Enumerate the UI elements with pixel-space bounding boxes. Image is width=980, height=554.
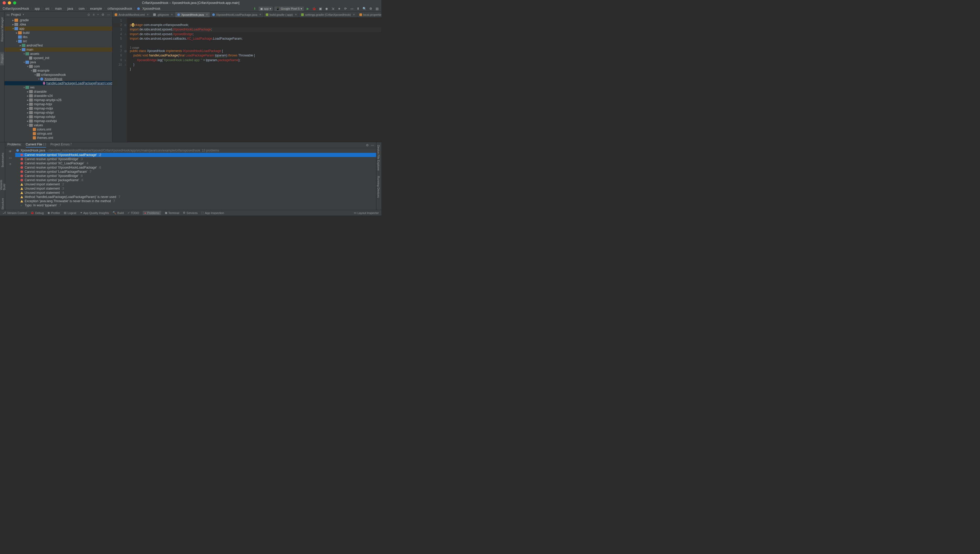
tool-bookmarks[interactable]: Bookmarks — [1, 153, 4, 167]
tree-item[interactable]: ▼app — [5, 27, 112, 31]
tree-item[interactable]: ▼XposedHook — [5, 77, 112, 81]
tree-item[interactable]: ▼java — [5, 60, 112, 64]
close-tab-icon[interactable]: × — [206, 13, 208, 16]
bottom-tool-logcat[interactable]: ▤Logcat — [64, 211, 76, 215]
editor-tab[interactable]: .gitignore× — [151, 12, 175, 18]
project-view-dropdown[interactable]: ▼ — [22, 13, 24, 16]
tree-item[interactable]: ▼src — [5, 39, 112, 43]
bottom-tool-services[interactable]: ⚙Services — [183, 211, 197, 215]
tree-item[interactable]: ▶androidTest — [5, 43, 112, 48]
coverage-icon[interactable]: ▣ — [318, 6, 323, 11]
settings-gear-icon[interactable]: ⚙ — [102, 13, 104, 16]
code-editor[interactable]: package com.example.crifanxposedhook;imp… — [127, 18, 382, 142]
breadcrumb-item[interactable]: main — [54, 7, 62, 11]
breadcrumb-item[interactable]: java — [67, 7, 74, 11]
editor-tab[interactable]: local.properties× — [357, 12, 382, 18]
problem-item[interactable]: Exception 'java.lang.Throwable' is never… — [15, 199, 376, 203]
tree-item[interactable]: colors.xml — [5, 127, 112, 131]
tree-item[interactable]: ▶drawable — [5, 89, 112, 94]
problem-item[interactable]: Unused import statement:4 — [15, 191, 376, 195]
tab-project-errors[interactable]: Project Errors7 — [50, 142, 72, 148]
bottom-tool-build[interactable]: 🔨Build — [113, 211, 124, 215]
tool-project[interactable]: Project — [0, 52, 4, 65]
close-tab-icon[interactable]: × — [147, 13, 149, 16]
bottom-tool-app-inspection[interactable]: ⬚App Inspection — [201, 211, 224, 215]
tree-item[interactable]: strings.xml — [5, 131, 112, 136]
problem-item[interactable]: Unused import statement:2 — [15, 182, 376, 187]
build-icon[interactable]: ⬇ — [252, 6, 257, 11]
hide-panel-icon[interactable]: — — [107, 13, 110, 16]
attach-icon[interactable]: ⇲ — [331, 6, 335, 11]
layout-inspector-tool[interactable]: ▭ Layout Inspector — [354, 211, 379, 214]
tree-item[interactable]: ▶mipmap-xxxhdpi — [5, 119, 112, 123]
tree-item[interactable]: ▶mipmap-xxhdpi — [5, 115, 112, 119]
breadcrumb-item[interactable]: src — [45, 7, 50, 11]
bottom-tool-version-control[interactable]: ⎇Version Control — [3, 211, 27, 215]
problem-item[interactable]: Cannot resolve symbol 'XposedBridge':8 — [15, 174, 376, 178]
tool-build-variants[interactable]: Build Variants — [0, 175, 6, 190]
breadcrumb-item[interactable]: XposedHook — [142, 7, 161, 11]
problem-item[interactable]: Cannot resolve symbol 'packageName':8 — [15, 178, 376, 182]
expand-all-icon[interactable]: ≡ — [92, 13, 94, 16]
bottom-tool-debug[interactable]: 🐞Debug — [30, 211, 43, 215]
problems-settings-icon[interactable]: ⚙ — [366, 144, 369, 147]
editor-tab[interactable]: AndroidManifest.xml× — [113, 12, 151, 18]
tool-device-file-explorer[interactable]: Device File Explorer — [376, 142, 380, 173]
problem-item[interactable]: ✓Typo: In word 'lpparam':7 — [15, 203, 376, 208]
sync-icon[interactable]: ⟳ — [343, 6, 348, 11]
tree-item[interactable]: ▼res — [5, 85, 112, 89]
tree-item[interactable]: ▼com — [5, 64, 112, 69]
tree-item[interactable]: ▶.idea — [5, 22, 112, 27]
project-tree[interactable]: ▶.gradle▶.idea▼app▶buildlibs▼src▶android… — [5, 18, 112, 142]
tree-item[interactable]: ▶mipmap-mdpi — [5, 106, 112, 110]
close-tab-icon[interactable]: × — [259, 13, 261, 16]
close-tab-icon[interactable]: × — [295, 13, 297, 16]
close-tab-icon[interactable]: × — [171, 13, 173, 16]
tree-item[interactable]: ▼crifanxposedhook — [5, 73, 112, 77]
tree-item[interactable]: ▶build — [5, 31, 112, 35]
tree-item[interactable]: ▶mipmap-anydpi-v26 — [5, 98, 112, 102]
minimize-window[interactable] — [8, 1, 11, 5]
breadcrumb-item[interactable]: com — [78, 7, 85, 11]
avd-icon[interactable]: ▭ — [349, 6, 354, 11]
profile-icon[interactable]: ◉ — [324, 6, 329, 11]
problem-file-header[interactable]: XposedHook.java ~/dev/dev_root/androidRe… — [15, 148, 376, 153]
tree-item[interactable]: ▼assets — [5, 52, 112, 56]
editor-tab[interactable]: build.gradle (:app)× — [264, 12, 299, 18]
tree-item[interactable]: handleLoadPackage(LoadPackageParam):void — [5, 81, 112, 85]
tree-item[interactable]: themes.xml — [5, 136, 112, 140]
tool-structure[interactable]: Structure — [1, 198, 4, 210]
project-view-label[interactable]: Project — [11, 13, 21, 16]
bottom-tool-app-quality-insights[interactable]: ✦App Quality Insights — [80, 211, 109, 215]
run-icon[interactable]: ▶ — [305, 6, 310, 11]
bottom-tool-todo[interactable]: ✓TODO — [127, 211, 139, 215]
tree-item[interactable]: ▶drawable-v24 — [5, 94, 112, 98]
collapse-all-icon[interactable]: ÷ — [97, 13, 99, 16]
filter-icon[interactable]: ▭ — [9, 156, 12, 160]
tree-item[interactable]: ▼values — [5, 123, 112, 127]
tree-item[interactable]: ▼example — [5, 69, 112, 73]
problem-item[interactable]: Cannot resolve symbol 'LoadPackageParam'… — [15, 169, 376, 174]
stop-icon[interactable]: ■ — [337, 6, 342, 11]
problem-item[interactable]: Cannot resolve symbol 'IXposedHookLoadPa… — [15, 165, 376, 169]
bottom-tool-terminal[interactable]: ▣Terminal — [165, 211, 180, 215]
tree-item[interactable]: xposed_init — [5, 56, 112, 60]
run-config-app[interactable]: ▣ app ▾ — [259, 6, 273, 11]
tree-item[interactable]: libs — [5, 35, 112, 39]
breadcrumb-item[interactable]: crifanxposedhook — [107, 7, 133, 11]
close-window[interactable] — [3, 1, 6, 5]
bottom-tool-problems[interactable]: ●Problems — [143, 211, 161, 215]
device-selector[interactable]: 📱 Google Pixel 5 ▾ — [274, 6, 304, 11]
tree-item[interactable]: ▶mipmap-hdpi — [5, 102, 112, 106]
select-opened-icon[interactable]: ⊙ — [88, 13, 90, 16]
avatar-icon[interactable]: ▤ — [375, 6, 379, 11]
tree-item[interactable]: ▶mipmap-xhdpi — [5, 110, 112, 115]
problems-list[interactable]: XposedHook.java ~/dev/dev_root/androidRe… — [15, 148, 376, 210]
breadcrumb-item[interactable]: app — [34, 7, 40, 11]
bottom-tool-profiler[interactable]: ◉Profiler — [48, 211, 60, 215]
search-icon[interactable]: 🔍 — [362, 6, 367, 11]
tree-item[interactable]: ▶.gradle — [5, 18, 112, 22]
expand-icon[interactable]: ≡ — [9, 162, 11, 166]
maximize-window[interactable] — [13, 1, 16, 5]
problem-item[interactable]: Method 'handleLoadPackage(LoadPackagePar… — [15, 195, 376, 199]
